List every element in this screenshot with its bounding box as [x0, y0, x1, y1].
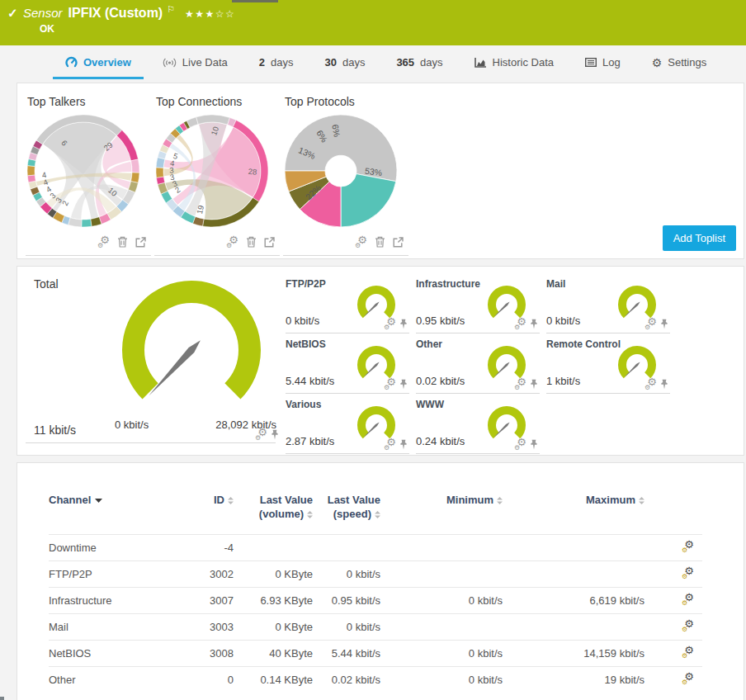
pin-icon[interactable] [530, 439, 538, 450]
channel-gauge-value: 2.87 kbit/s [286, 435, 334, 447]
tab-label: Settings [668, 56, 706, 69]
value-cell: 5.44 kbit/s [313, 641, 380, 667]
flag-icon[interactable]: ⚐ [167, 4, 175, 14]
delete-toplist-icon[interactable] [246, 236, 257, 248]
channel-gauge-settings-gears-icon[interactable]: ⚙⚙ [514, 438, 526, 451]
table-row: Mail30030 KByte0 kbit/s⚙⚙ [49, 614, 702, 641]
sensor-header: ✓ SensorIPFIX (Custom)⚐★★★☆☆ OK [0, 0, 746, 45]
toplist-actions: ⚙⚙ [283, 232, 408, 255]
column-header-id[interactable]: ID [172, 488, 234, 535]
channel-settings-gears-icon[interactable]: ⚙⚙ [682, 567, 694, 579]
value-cell [503, 535, 644, 561]
table-body: Downtime-4⚙⚙FTP/P2P30020 KByte0 kbit/s⚙⚙… [49, 535, 702, 693]
column-header-last-value-volume-[interactable]: Last Value(volume) [234, 488, 313, 535]
delete-toplist-icon[interactable] [117, 236, 128, 248]
tab-overview[interactable]: Overview [50, 45, 147, 79]
channel-gauge-settings-gears-icon[interactable]: ⚙⚙ [514, 378, 526, 390]
channel-settings-gears-icon[interactable]: ⚙⚙ [682, 620, 694, 632]
column-header-maximum[interactable]: Maximum [503, 488, 644, 535]
channel-gauge-actions: ⚙⚙ [514, 318, 538, 330]
channel-gauge-actions: ⚙⚙ [384, 378, 408, 390]
toplist-chart[interactable]: 29106233444 [26, 113, 141, 229]
tab-number: 365 [396, 56, 414, 69]
pin-icon[interactable] [399, 439, 408, 450]
toplists-panel: Top Talkers29106233444⚙⚙Top Connections1… [17, 83, 744, 259]
channel-gauge-settings-gears-icon[interactable]: ⚙⚙ [384, 438, 396, 451]
value-cell: 14,159 kbit/s [503, 641, 644, 667]
gear-icon: ⚙ [652, 56, 663, 69]
pin-icon[interactable] [399, 379, 408, 390]
value-cell: 0 kbit/s [380, 667, 503, 693]
column-header-last-value-speed-[interactable]: Last Value(speed) [313, 488, 380, 535]
channel-gauge-settings-gears-icon[interactable]: ⚙⚙ [384, 318, 396, 330]
value-cell [380, 561, 503, 588]
channel-gauge-actions: ⚙⚙ [514, 378, 538, 390]
tab-days[interactable]: 2days [243, 45, 309, 79]
open-toplist-icon[interactable] [135, 237, 146, 248]
channel-gauge-settings-gears-icon[interactable]: ⚙⚙ [514, 318, 526, 330]
channel-gauge-tile-remote-control: Remote Control1 kbit/s⚙⚙ [546, 335, 670, 394]
tab-settings[interactable]: ⚙Settings [636, 45, 723, 79]
tab-live-data[interactable]: Live Data [147, 45, 243, 79]
table-row: FTP/P2P30020 KByte0 kbit/s⚙⚙ [49, 561, 702, 588]
pin-icon[interactable] [530, 379, 538, 390]
tab-label: days [342, 56, 365, 69]
tab-days[interactable]: 365days [380, 45, 458, 79]
pin-icon[interactable] [399, 319, 408, 329]
value-cell: 0.02 kbit/s [313, 667, 380, 693]
add-toplist-button[interactable]: Add Toplist [663, 225, 736, 251]
value-cell: -4 [172, 535, 234, 561]
chart-icon [475, 58, 487, 68]
svg-text:53%: 53% [364, 166, 382, 177]
tab-label: Live Data [182, 56, 228, 69]
toplist-title: Top Connections [156, 95, 280, 108]
toplist-chart[interactable]: 53%22%13%6%6% [283, 113, 399, 229]
gauge-icon [65, 56, 78, 69]
channel-gauge-settings-gears-icon[interactable]: ⚙⚙ [644, 318, 657, 330]
column-header-channel[interactable]: Channel [49, 488, 172, 535]
channel-gauge-tile-netbios: NetBIOS5.44 kbit/s⚙⚙ [286, 335, 409, 394]
tab-label: days [271, 56, 293, 69]
toplist-settings-gears-icon[interactable]: ⚙⚙ [97, 236, 110, 248]
pin-icon[interactable] [660, 319, 668, 329]
value-cell: 3002 [172, 561, 234, 588]
value-cell [313, 535, 380, 561]
svg-text:5: 5 [172, 151, 179, 161]
value-cell: 0 kbit/s [313, 614, 380, 641]
toplist-settings-gears-icon[interactable]: ⚙⚙ [355, 236, 367, 248]
column-header-minimum[interactable]: Minimum [380, 488, 503, 535]
table-row: NetBIOS300840 KByte5.44 kbit/s0 kbit/s14… [49, 641, 702, 667]
channel-settings-gears-icon[interactable]: ⚙⚙ [682, 673, 694, 685]
value-cell: 40 KByte [234, 641, 313, 667]
channel-gauge-settings-gears-icon[interactable]: ⚙⚙ [644, 378, 657, 390]
delete-toplist-icon[interactable] [375, 236, 385, 248]
pin-icon[interactable] [530, 319, 538, 329]
toplist-chart[interactable]: 102819233345 [154, 113, 270, 229]
value-cell: 0 [172, 667, 234, 693]
channel-gauge-settings-gears-icon[interactable]: ⚙⚙ [384, 378, 396, 390]
open-toplist-icon[interactable] [393, 237, 404, 248]
total-gauge-settings-gears-icon[interactable]: ⚙⚙ [255, 428, 267, 441]
bottom-corner-artifact [0, 697, 4, 700]
priority-stars[interactable]: ★★★☆☆ [185, 8, 235, 20]
broadcast-icon [163, 58, 177, 68]
channel-settings-gears-icon[interactable]: ⚙⚙ [682, 541, 694, 553]
tab-days[interactable]: 30days [309, 45, 380, 79]
tab-historic-data[interactable]: Historic Data [459, 45, 569, 79]
value-cell [503, 561, 644, 588]
open-toplist-icon[interactable] [264, 237, 275, 248]
tab-log[interactable]: Log [569, 45, 636, 79]
svg-text:28: 28 [248, 167, 257, 177]
table-row: Downtime-4⚙⚙ [49, 535, 702, 561]
pin-icon[interactable] [271, 429, 279, 440]
pin-icon[interactable] [660, 379, 668, 390]
channel-settings-gears-icon[interactable]: ⚙⚙ [682, 594, 694, 606]
channel-settings-gears-icon[interactable]: ⚙⚙ [682, 646, 694, 659]
prtg-sensor-page: ✓ SensorIPFIX (Custom)⚐★★★☆☆ OK Overview… [0, 0, 746, 700]
table-row: Infrastructure30076.93 KByte0.95 kbit/s0… [49, 588, 702, 614]
value-cell: 0 kbit/s [380, 588, 503, 614]
channel-gauge-value: 5.44 kbit/s [286, 375, 334, 387]
channel-name-cell: Mail [49, 614, 172, 641]
page-title: SensorIPFIX (Custom)⚐★★★☆☆ [23, 4, 235, 21]
toplist-settings-gears-icon[interactable]: ⚙⚙ [226, 236, 238, 248]
